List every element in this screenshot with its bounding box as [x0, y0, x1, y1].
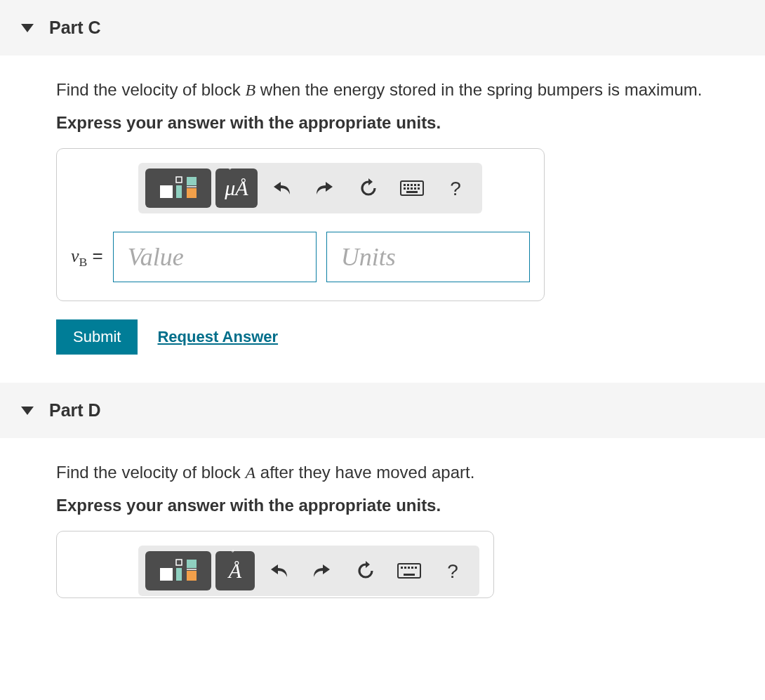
svg-rect-19: [176, 560, 182, 565]
svg-rect-11: [418, 184, 420, 186]
help-button[interactable]: ?: [433, 551, 472, 590]
keyboard-icon: [400, 180, 424, 196]
svg-rect-8: [407, 184, 409, 186]
part-d-prompt: Find the velocity of block A after they …: [56, 461, 744, 485]
part-c-instruction: Express your answer with the appropriate…: [56, 111, 744, 135]
keyboard-icon: [397, 563, 421, 579]
svg-rect-28: [411, 567, 413, 569]
reset-button[interactable]: [349, 169, 388, 208]
svg-rect-29: [415, 567, 417, 569]
part-c-prompt: Find the velocity of block B when the en…: [56, 78, 744, 103]
prompt-text-pre: Find the velocity of block: [56, 80, 245, 99]
part-d-title: Part D: [49, 398, 101, 423]
actions-row: Submit Request Answer: [56, 319, 744, 355]
help-label: ?: [447, 557, 458, 585]
var-symbol: v: [71, 246, 79, 266]
svg-rect-20: [176, 568, 182, 581]
part-d-header[interactable]: Part D: [0, 383, 765, 438]
reset-button[interactable]: [346, 551, 385, 590]
equation-toolbar: ∘ μÅ ?: [138, 163, 482, 213]
undo-button[interactable]: [259, 551, 298, 590]
value-input[interactable]: Value: [113, 232, 317, 282]
redo-button[interactable]: [302, 551, 342, 590]
variable-label: vB =: [71, 243, 103, 271]
answer-box: ∘ Å ?: [56, 531, 494, 598]
submit-button[interactable]: Submit: [56, 319, 138, 355]
help-label: ?: [450, 175, 461, 202]
svg-rect-14: [411, 187, 413, 190]
redo-icon: [312, 562, 333, 580]
svg-rect-1: [176, 177, 182, 183]
prompt-text-post: after they have moved apart.: [255, 463, 474, 482]
svg-rect-16: [418, 187, 420, 190]
prompt-text-post: when the energy stored in the spring bum…: [255, 80, 702, 99]
reset-icon: [356, 561, 375, 581]
svg-rect-4: [187, 188, 197, 198]
units-input[interactable]: Units: [326, 232, 530, 282]
undo-icon: [268, 562, 289, 580]
units-placeholder: Units: [341, 239, 396, 275]
templates-icon: [157, 174, 199, 202]
var-sub: B: [79, 255, 88, 269]
prompt-variable: A: [245, 463, 255, 482]
svg-rect-2: [176, 185, 182, 198]
templates-icon: [157, 557, 199, 585]
equation-toolbar: ∘ Å ?: [138, 546, 479, 596]
redo-button[interactable]: [305, 169, 345, 208]
answer-box: ∘ μÅ ?: [56, 148, 545, 301]
prompt-variable: B: [245, 81, 255, 99]
svg-rect-18: [160, 568, 173, 581]
svg-rect-27: [408, 567, 410, 569]
help-button[interactable]: ?: [436, 169, 475, 208]
svg-rect-22: [187, 571, 197, 581]
prompt-text-pre: Find the velocity of block: [56, 463, 245, 482]
answer-row: vB = Value Units: [71, 232, 530, 282]
part-d-instruction: Express your answer with the appropriate…: [56, 494, 744, 517]
templates-button[interactable]: [145, 169, 211, 208]
part-c-body: Find the velocity of block B when the en…: [0, 55, 765, 383]
svg-rect-15: [414, 187, 416, 190]
part-d-body: Find the velocity of block A after they …: [0, 438, 765, 633]
undo-icon: [271, 179, 292, 197]
templates-button[interactable]: [145, 551, 211, 590]
svg-rect-7: [404, 184, 406, 186]
keyboard-button[interactable]: [390, 551, 429, 590]
svg-rect-25: [401, 567, 403, 569]
symbols-button[interactable]: ∘ Å: [215, 551, 255, 590]
request-answer-link[interactable]: Request Answer: [157, 326, 278, 348]
svg-rect-26: [404, 567, 406, 569]
keyboard-button[interactable]: [392, 169, 432, 208]
redo-icon: [314, 179, 335, 197]
chevron-down-icon: [21, 24, 34, 32]
part-c-header[interactable]: Part C: [0, 0, 765, 55]
chevron-down-icon: [21, 407, 34, 415]
svg-rect-0: [160, 185, 173, 198]
equals-sign: =: [87, 245, 102, 266]
svg-rect-30: [404, 574, 415, 576]
undo-button[interactable]: [262, 169, 301, 208]
value-placeholder: Value: [128, 239, 184, 275]
symbols-label: μÅ: [225, 176, 248, 199]
svg-rect-10: [414, 184, 416, 186]
svg-rect-9: [411, 184, 413, 186]
symbols-label: Å: [229, 559, 241, 582]
svg-rect-3: [187, 177, 197, 185]
svg-rect-21: [187, 560, 197, 568]
svg-rect-12: [404, 187, 406, 190]
svg-rect-17: [406, 191, 418, 193]
part-c-title: Part C: [49, 15, 101, 40]
symbols-button[interactable]: ∘ μÅ: [215, 169, 258, 208]
svg-rect-13: [407, 187, 409, 190]
reset-icon: [359, 178, 378, 198]
